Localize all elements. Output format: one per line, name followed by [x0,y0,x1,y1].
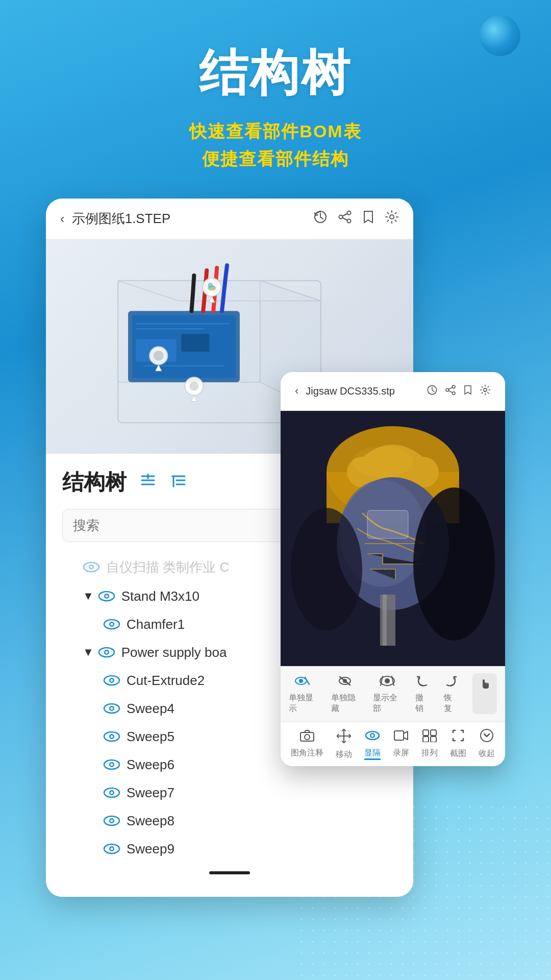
tree-item-label-sweep6: Sweep6 [127,757,174,773]
svg-line-72 [448,390,453,393]
arrange-label: 排列 [421,748,438,758]
settings-icon[interactable] [385,210,399,228]
toolbar-camera-btn[interactable]: 图角注释 [291,728,323,760]
arrow-icon-power[interactable]: ▼ [83,646,94,659]
svg-point-45 [105,651,108,654]
toolbar-hand-btn[interactable] [472,673,497,714]
svg-point-23 [154,351,164,361]
svg-point-48 [111,679,113,682]
svg-rect-14 [182,334,210,352]
undo-icon [415,673,430,691]
file-title: 示例图纸1.STEP [72,210,313,228]
eye-icon[interactable] [103,675,120,686]
show-all-icon [379,673,396,691]
svg-point-3 [347,219,351,223]
eye-icon[interactable] [103,787,120,798]
eye-icon[interactable] [103,843,120,854]
tree-item-label-chamfer: Chamfer1 [127,617,185,632]
eye-icon[interactable] [103,759,120,770]
eye-icon[interactable] [98,647,115,658]
svg-rect-105 [431,730,436,736]
secondary-history-icon[interactable] [427,383,438,399]
toolbar-move-btn[interactable]: 移动 [336,728,352,760]
undo-label: 撤销 [415,693,430,714]
tree-item-label-sweep8: Sweep8 [127,813,174,829]
toolbar-record-btn[interactable]: 录屏 [393,728,409,760]
hero-section: 结构树 快速查看部件BOM表 便捷查看部件结构 [0,0,551,199]
eye-icon[interactable] [83,561,100,573]
svg-point-51 [111,707,113,710]
svg-point-1 [347,211,351,214]
secondary-settings-icon[interactable] [480,383,491,399]
single-display-label: 单独显示 [289,693,317,714]
share-icon[interactable] [338,210,352,228]
svg-point-66 [111,848,113,850]
secondary-model-viewer [281,411,505,666]
svg-point-69 [446,388,449,391]
bookmark-icon[interactable] [362,210,374,228]
tree-item-label-sweep7: Sweep7 [127,785,174,801]
toolbar-more-btn[interactable]: 收起 [479,728,495,760]
eye-icon[interactable] [98,591,115,602]
expand-all-icon[interactable] [139,471,157,493]
toolbar-screenshot-btn[interactable]: 截图 [450,728,466,760]
toolbar-undo-btn[interactable]: 撤销 [415,673,430,714]
tree-item-sweep9: Sweep9 [62,835,397,863]
svg-point-84 [352,447,413,477]
single-hide-icon [337,673,353,691]
card-secondary: ‹ Jigsaw DCS335.stp [281,372,505,766]
eye-icon[interactable] [103,815,120,826]
svg-line-71 [448,387,453,389]
toolbar-display-btn[interactable]: 显隔 [364,728,381,760]
eye-icon[interactable] [103,619,120,630]
decorative-orb [480,15,520,56]
secondary-bookmark-icon[interactable] [463,383,472,399]
svg-point-54 [111,736,113,738]
secondary-back-button[interactable]: ‹ [295,384,298,398]
camera-icon [299,728,315,746]
arrange-icon [422,728,437,746]
collapse-icon[interactable] [169,471,188,493]
move-icon [336,728,352,747]
hero-subtitle-line2: 便捷查看部件结构 [0,145,551,173]
record-icon [393,728,409,746]
tree-item-label-sweep4: Sweep4 [127,701,174,717]
redo-icon [444,673,458,691]
secondary-share-icon[interactable] [445,383,456,399]
secondary-header-icons [427,383,491,399]
show-all-label: 显示全部 [373,693,401,714]
svg-rect-15 [214,326,230,339]
svg-point-57 [111,764,113,766]
toolbar-single-hide-btn[interactable]: 单独隐藏 [331,673,359,714]
svg-point-60 [111,792,113,794]
toolbar-arrange-btn[interactable]: 排列 [421,728,438,760]
secondary-card-header: ‹ Jigsaw DCS335.stp [281,372,505,411]
history-icon[interactable] [313,210,328,228]
primary-card-header: ‹ 示例图纸1.STEP [46,199,413,239]
eye-icon[interactable] [103,731,120,742]
secondary-3d-model [281,411,505,666]
svg-point-42 [111,623,113,626]
toolbar-single-display-btn[interactable]: 单独显示 [289,673,317,714]
toolbar-redo-btn[interactable]: 恢复 [444,673,458,714]
cards-container: ‹ 示例图纸1.STEP [46,199,505,811]
redo-label: 恢复 [444,693,458,714]
panel-title: 结构树 [62,468,127,497]
svg-point-68 [453,385,456,388]
back-button[interactable]: ‹ [60,211,65,227]
camera-label: 图角注释 [291,748,323,758]
svg-point-73 [484,388,487,391]
move-label: 移动 [336,749,352,760]
svg-point-108 [481,729,493,742]
eye-icon[interactable] [103,703,120,714]
arrow-icon-stand[interactable]: ▼ [83,590,94,603]
home-indicator [209,871,250,874]
toolbar-show-all-btn[interactable]: 显示全部 [373,673,401,714]
hero-title: 结构树 [0,41,551,107]
svg-rect-85 [367,510,408,538]
screenshot-label: 截图 [450,748,466,759]
more-icon [480,728,494,746]
single-hide-label: 单独隐藏 [331,693,359,714]
tree-item-sweep8: Sweep8 [62,807,397,835]
tree-item-label-power: Power supply boa [121,645,227,660]
